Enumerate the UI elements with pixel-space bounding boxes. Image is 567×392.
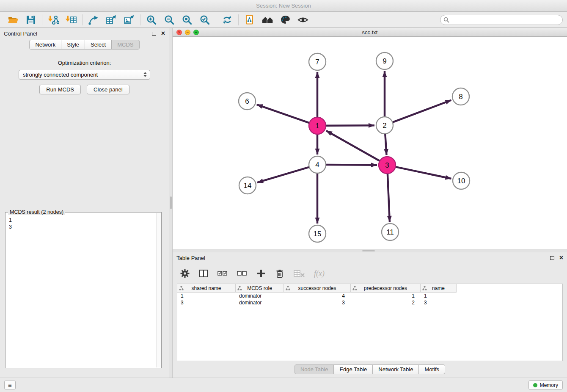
close-panel-icon[interactable]: × — [559, 254, 563, 261]
graph-edge-3-1[interactable] — [326, 131, 380, 161]
save-session-button[interactable] — [22, 13, 40, 27]
tab-select[interactable]: Select — [85, 40, 112, 50]
search-input[interactable] — [440, 15, 563, 25]
graph-edge-4-3[interactable] — [326, 165, 377, 165]
window-close-button[interactable]: × — [176, 30, 182, 35]
node-table: shared nameMCDS rolesuccessor nodesprede… — [177, 284, 563, 361]
copy-view-button[interactable] — [241, 13, 259, 27]
zoom-selected-button[interactable] — [196, 13, 214, 27]
delete-row-button[interactable] — [275, 269, 284, 278]
splitter-grip[interactable] — [170, 196, 172, 209]
graph-node-1[interactable]: 1 — [309, 117, 326, 134]
column-header-MCDS-role[interactable]: MCDS role — [236, 284, 284, 293]
svg-text:10: 10 — [457, 177, 465, 185]
graph-node-8[interactable]: 8 — [452, 88, 469, 105]
import-table-button[interactable] — [62, 13, 80, 27]
table-cell: 1 — [421, 293, 457, 299]
memory-button[interactable]: Memory — [528, 380, 563, 390]
eye-icon — [297, 14, 308, 25]
show-hide-button[interactable] — [294, 13, 312, 27]
tab-network-table[interactable]: Network Table — [372, 364, 419, 374]
table-panel-title: Table Panel — [176, 255, 205, 261]
graph-edge-4-14[interactable] — [257, 167, 309, 182]
tab-edge-table[interactable]: Edge Table — [333, 364, 373, 374]
result-scrollbar[interactable] — [156, 213, 161, 367]
tab-network[interactable]: Network — [29, 40, 61, 50]
column-header-predecessor-nodes[interactable]: predecessor nodes — [351, 284, 421, 293]
tab-style[interactable]: Style — [61, 40, 85, 50]
float-panel-icon[interactable] — [152, 32, 156, 36]
graph-node-14[interactable]: 14 — [239, 177, 256, 194]
zoom-out-button[interactable] — [160, 13, 178, 27]
vertical-splitter[interactable] — [169, 28, 173, 378]
graph-edge-3-11[interactable] — [388, 174, 390, 222]
window-titlebar: Session: New Session — [0, 0, 567, 12]
graph-edge-3-10[interactable] — [396, 167, 451, 179]
graph-node-6[interactable]: 6 — [239, 93, 256, 110]
svg-text:4: 4 — [315, 161, 319, 169]
export-network-button[interactable] — [85, 13, 102, 27]
show-columns-button[interactable] — [199, 269, 208, 278]
tab-mcds[interactable]: MCDS — [111, 40, 139, 50]
delete-table-button[interactable] — [294, 270, 305, 277]
add-row-button[interactable] — [256, 269, 266, 278]
graph-edge-2-3[interactable] — [385, 134, 386, 155]
graph-node-7[interactable]: 7 — [309, 53, 326, 70]
graph-node-10[interactable]: 10 — [453, 172, 470, 189]
splitter-grip[interactable] — [362, 250, 375, 251]
mcds-result-box: MCDS result (2 nodes) 13 — [5, 212, 162, 368]
deselect-all-button[interactable] — [237, 271, 247, 276]
export-table-button[interactable] — [102, 13, 120, 27]
zoom-fit-button[interactable] — [178, 13, 196, 27]
graph-node-2[interactable]: 2 — [376, 117, 393, 134]
graph-edge-1-6[interactable] — [257, 105, 309, 123]
select-all-button[interactable] — [217, 271, 228, 276]
panel-menu-button[interactable]: ≡ — [4, 381, 16, 389]
close-panel-button[interactable]: Close panel — [87, 85, 129, 94]
refresh-button[interactable] — [218, 13, 236, 27]
table-settings-button[interactable] — [180, 269, 190, 278]
window-minimize-button[interactable]: − — [185, 30, 190, 35]
tab-node-table[interactable]: Node Table — [295, 364, 334, 374]
svg-text:3: 3 — [385, 161, 389, 169]
main-area: Control Panel × NetworkStyleSelectMCDS O… — [0, 28, 567, 378]
network-window-titlebar: × − + scc.txt — [173, 28, 567, 37]
function-builder-button[interactable]: f(x) — [314, 269, 325, 278]
run-mcds-button[interactable]: Run MCDS — [39, 85, 81, 94]
home-button[interactable] — [259, 13, 276, 27]
close-panel-icon[interactable]: × — [161, 30, 165, 37]
column-header-shared-name[interactable]: shared name — [177, 284, 236, 293]
main-toolbar — [0, 12, 567, 28]
column-header-name[interactable]: name — [421, 284, 457, 293]
graph-node-15[interactable]: 15 — [309, 225, 326, 242]
graph-node-9[interactable]: 9 — [376, 52, 393, 69]
graph-edge-2-8[interactable] — [393, 100, 451, 122]
column-header-successor-nodes[interactable]: successor nodes — [284, 284, 351, 293]
criterion-dropdown[interactable]: strongly connected component — [19, 70, 150, 80]
open-session-button[interactable] — [4, 13, 22, 27]
tab-motifs[interactable]: Motifs — [418, 364, 445, 374]
table-cell: 3 — [421, 299, 457, 306]
graph-node-11[interactable]: 11 — [382, 224, 399, 240]
graph-edge-1-2[interactable] — [326, 125, 374, 126]
table-row[interactable]: 3dominator323 — [177, 299, 562, 306]
zoom-in-button[interactable] — [143, 13, 160, 27]
horizontal-splitter[interactable] — [173, 249, 567, 252]
graph-node-3[interactable]: 3 — [379, 157, 396, 174]
table-cell: 3 — [177, 299, 236, 306]
window-zoom-button[interactable]: + — [193, 30, 199, 35]
float-panel-icon[interactable] — [550, 256, 554, 260]
zoom-in-icon — [146, 14, 157, 25]
import-network-button[interactable] — [44, 13, 62, 27]
table-body: 1dominator4113dominator323 — [177, 293, 562, 306]
table-cell: 4 — [284, 293, 351, 299]
table-cell: dominator — [236, 299, 284, 306]
style-paint-button[interactable] — [276, 13, 294, 27]
deselect-all-icon — [237, 271, 247, 276]
graph-node-4[interactable]: 4 — [309, 156, 326, 173]
delete-table-icon — [294, 270, 305, 277]
export-image-button[interactable] — [120, 13, 138, 27]
table-row[interactable]: 1dominator411 — [177, 293, 562, 299]
network-canvas[interactable]: 7968124314101511 — [173, 37, 567, 249]
export-table-icon — [106, 14, 117, 25]
